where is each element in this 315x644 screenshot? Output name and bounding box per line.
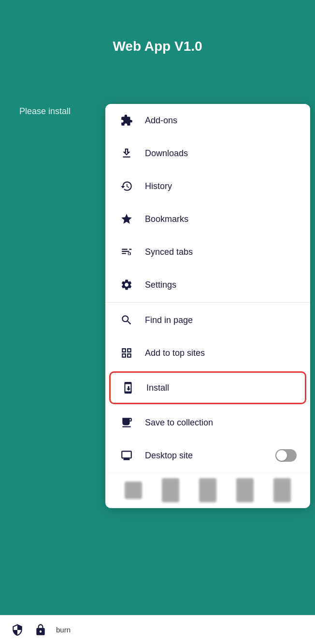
menu-item-addons-label: Add-ons <box>145 116 177 126</box>
blurred-icon-5 <box>273 478 291 502</box>
blurred-icon-2 <box>162 478 179 502</box>
collection-icon <box>119 415 134 430</box>
synced-tabs-icon <box>119 244 134 260</box>
url-text: burn <box>56 626 71 634</box>
menu-item-find-in-page[interactable]: Find in page <box>105 304 310 337</box>
menu-item-settings-label: Settings <box>145 280 176 290</box>
search-icon <box>119 312 134 328</box>
star-icon <box>119 211 134 227</box>
browser-bottom-bar: burn <box>0 615 315 644</box>
menu-item-synced-tabs[interactable]: Synced tabs <box>105 235 310 268</box>
puzzle-icon <box>119 113 134 128</box>
menu-item-history[interactable]: History <box>105 170 310 203</box>
clock-icon <box>119 178 134 194</box>
settings-icon <box>119 277 134 293</box>
menu-item-addons[interactable]: Add-ons <box>105 104 310 137</box>
lock-icon-container[interactable] <box>33 622 48 638</box>
install-icon <box>120 380 136 395</box>
download-icon <box>119 146 134 161</box>
menu-item-save-to-collection-label: Save to collection <box>145 418 213 428</box>
grid-icon <box>119 345 134 361</box>
menu-item-find-in-page-label: Find in page <box>145 315 193 325</box>
menu-item-install[interactable]: Install <box>109 371 306 404</box>
install-item-wrapper: Install <box>105 369 310 406</box>
desktop-site-toggle-container <box>275 449 297 462</box>
menu-divider-1 <box>105 302 310 303</box>
menu-item-bookmarks-label: Bookmarks <box>145 214 188 224</box>
blurred-icon-4 <box>236 478 254 502</box>
page-title: Web App V1.0 <box>0 39 315 54</box>
menu-item-synced-tabs-label: Synced tabs <box>145 247 193 257</box>
blurred-icon-3 <box>199 478 216 502</box>
menu-item-desktop-site[interactable]: Desktop site <box>105 439 310 472</box>
blurred-icon-1 <box>125 482 142 499</box>
menu-item-save-to-collection[interactable]: Save to collection <box>105 406 310 439</box>
menu-item-downloads-label: Downloads <box>145 148 188 159</box>
menu-item-install-label: Install <box>146 383 169 393</box>
menu-item-add-to-top-sites-label: Add to top sites <box>145 348 205 358</box>
blurred-bottom-section <box>105 472 310 508</box>
menu-item-desktop-site-label: Desktop site <box>145 451 193 461</box>
menu-item-bookmarks[interactable]: Bookmarks <box>105 203 310 235</box>
desktop-icon <box>119 448 134 463</box>
shield-icon-container[interactable] <box>10 622 25 638</box>
desktop-site-toggle[interactable] <box>275 449 297 462</box>
dropdown-menu: Add-ons Downloads History Bookmarks <box>105 104 310 508</box>
menu-item-add-to-top-sites[interactable]: Add to top sites <box>105 337 310 369</box>
menu-item-downloads[interactable]: Downloads <box>105 137 310 170</box>
please-install-text: Please install <box>19 106 71 117</box>
menu-item-history-label: History <box>145 181 172 191</box>
menu-item-settings[interactable]: Settings <box>105 268 310 301</box>
